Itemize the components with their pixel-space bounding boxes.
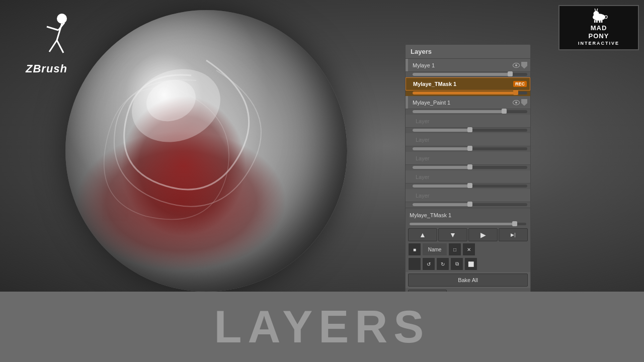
layer-name-empty1: Layer xyxy=(409,118,527,124)
slider-fill-paint xyxy=(413,110,504,113)
sphere-container xyxy=(65,10,347,292)
zbrush-sphere xyxy=(65,10,347,292)
layer-item-tmask[interactable]: Mylaye_TMask 1 REC xyxy=(406,77,530,90)
main-viewport: ZBrush MAD PONY INTERActIVE Layers xyxy=(0,0,644,292)
slider-fill-empty5 xyxy=(413,203,470,206)
panel-buttons-row1: ▲ ▼ ▶ ▶| xyxy=(406,227,530,243)
slider-thumb-empty5 xyxy=(467,202,472,207)
slider-fill-empty3 xyxy=(413,166,470,169)
redo-button[interactable]: ↻ xyxy=(436,257,449,270)
layer-slider-empty5[interactable] xyxy=(413,203,527,206)
slider-thumb-1 xyxy=(508,71,513,76)
slider-thumb-empty1 xyxy=(467,127,472,132)
layer-icons-tmask: REC xyxy=(513,81,527,87)
sphere-swirl xyxy=(65,10,347,292)
move-down-button[interactable]: ▼ xyxy=(438,228,467,241)
bottom-bar: LAYERS xyxy=(0,292,644,362)
svg-rect-13 xyxy=(596,20,597,23)
close-button[interactable]: ✕ xyxy=(462,243,475,256)
slider-thumb-paint xyxy=(502,109,507,114)
layer-slider-empty2[interactable] xyxy=(413,147,527,150)
layer-slider-tmask[interactable] xyxy=(413,92,527,95)
layer-slider-row-empty3 xyxy=(406,165,530,170)
layer-icons-1 xyxy=(513,62,527,69)
shield-icon-paint[interactable] xyxy=(521,99,527,106)
layer-item-empty4[interactable]: Layer xyxy=(406,170,530,184)
copy-button[interactable]: ⧉ xyxy=(450,257,463,270)
svg-rect-12 xyxy=(594,20,595,23)
slider-thumb-empty4 xyxy=(467,183,472,188)
layer-name-empty2: Layer xyxy=(409,137,527,143)
layer-slider-row-tmask xyxy=(406,90,530,96)
move-right-button[interactable]: ▶ xyxy=(468,228,498,241)
slider-thumb-tmask xyxy=(513,90,518,95)
shield-icon-1[interactable] xyxy=(521,62,527,69)
mad-pony-line1: MAD xyxy=(591,24,607,33)
slider-fill-tmask xyxy=(413,92,516,95)
layer-bar-1 xyxy=(406,59,408,71)
slider-fill-empty4 xyxy=(413,185,470,188)
slider-thumb-empty3 xyxy=(467,164,472,169)
mad-pony-logo: MAD PONY INTERActIVE xyxy=(558,5,639,50)
svg-line-11 xyxy=(597,9,597,11)
layer-item-empty2[interactable]: Layer xyxy=(406,133,530,146)
selected-layer-slider[interactable] xyxy=(410,223,526,225)
layer-item-empty3[interactable]: Layer xyxy=(406,152,530,165)
paste-button[interactable]: ⬜ xyxy=(464,257,477,270)
layer-bar-3 xyxy=(406,96,408,109)
layers-header-label: Layers xyxy=(411,48,432,55)
skip-right-button[interactable]: ▶| xyxy=(499,228,528,241)
layer-icons-paint xyxy=(513,99,527,106)
layer-slider-empty1[interactable] xyxy=(413,129,527,132)
move-up-button[interactable]: ▲ xyxy=(408,228,437,241)
slider-fill-1 xyxy=(413,73,510,76)
zbrush-brand-text: ZBrush xyxy=(26,62,67,75)
layer-name-paint: Mylaye_Paint 1 xyxy=(409,100,513,106)
selected-layer-slider-row xyxy=(406,221,530,227)
layer-item-mylaye1[interactable]: Mylaye 1 xyxy=(406,59,530,72)
layer-slider-row-empty1 xyxy=(406,128,530,133)
zbrush-figure-icon xyxy=(24,13,69,60)
selected-layer-label: Mylaye_TMask 1 xyxy=(410,212,451,218)
eye-icon-1[interactable] xyxy=(513,63,520,68)
slider-fill-empty1 xyxy=(413,129,470,132)
selected-slider-thumb xyxy=(512,221,517,226)
layer-slider-1[interactable] xyxy=(413,73,527,76)
layer-item-paint[interactable]: Mylaye_Paint 1 xyxy=(406,96,530,109)
layer-slider-empty3[interactable] xyxy=(413,166,527,169)
svg-rect-15 xyxy=(601,20,602,23)
svg-rect-14 xyxy=(599,20,600,23)
layers-panel-header: Layers xyxy=(406,45,530,59)
doc-button[interactable]: □ xyxy=(448,243,461,256)
svg-line-10 xyxy=(595,9,595,12)
svg-line-6 xyxy=(49,40,57,52)
layer-name-empty4: Layer xyxy=(409,174,527,180)
mad-pony-line3: INTERActIVE xyxy=(578,41,619,47)
layer-slider-row-1 xyxy=(406,72,530,77)
import-mdd-row: Import MDD MDD Speed xyxy=(406,288,530,292)
layer-item-empty5[interactable]: Layer xyxy=(406,189,530,202)
zbrush-logo: ZBrush xyxy=(10,8,83,80)
svg-point-9 xyxy=(593,11,599,17)
layer-name-1: Mylaye 1 xyxy=(409,62,513,68)
mad-pony-line2: PONY xyxy=(589,32,609,41)
layer-slider-row-empty5 xyxy=(406,202,530,208)
eye-icon-paint[interactable] xyxy=(513,100,520,105)
layer-slider-paint[interactable] xyxy=(413,110,527,113)
selected-slider-fill xyxy=(410,223,515,225)
layer-item-empty1[interactable]: Layer xyxy=(406,115,530,128)
file-button[interactable]: ■ xyxy=(408,243,421,256)
name-button[interactable]: Name xyxy=(422,243,447,256)
layer-name-empty5: Layer xyxy=(409,193,527,199)
layer-slider-empty4[interactable] xyxy=(413,185,527,188)
bake-all-button[interactable]: Bake All xyxy=(408,274,528,287)
pony-icon xyxy=(588,9,610,23)
undo-button[interactable]: ↺ xyxy=(422,257,435,270)
slider-thumb-empty2 xyxy=(467,146,472,151)
layer-slider-row-empty4 xyxy=(406,184,530,189)
slider-fill-empty2 xyxy=(413,147,470,150)
svg-line-4 xyxy=(47,27,58,30)
svg-point-2 xyxy=(57,14,67,24)
layers-bottom-title: LAYERS xyxy=(214,301,430,353)
panel-buttons-row2: ■ Name □ ✕ xyxy=(406,243,530,257)
